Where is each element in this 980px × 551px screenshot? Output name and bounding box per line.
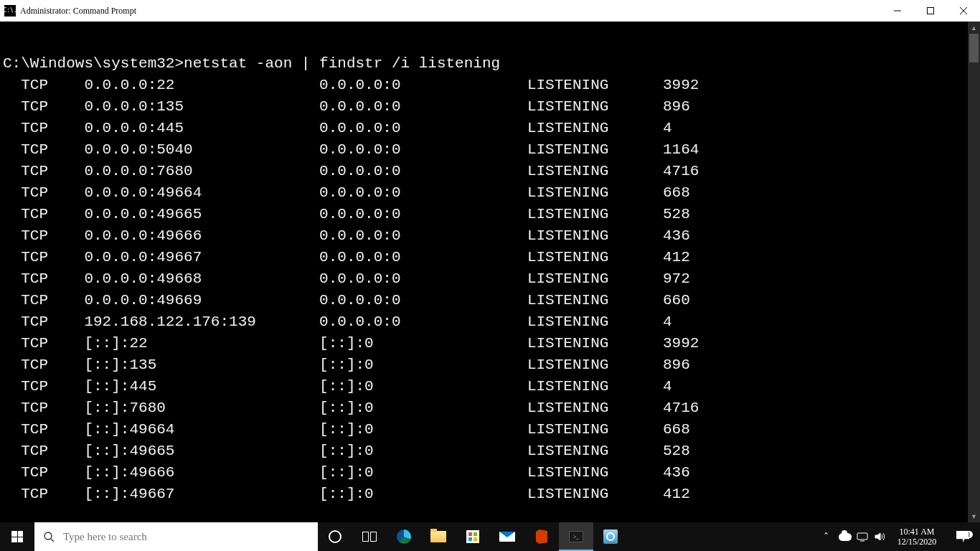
- services-icon: [603, 529, 618, 544]
- maximize-button[interactable]: [914, 0, 947, 22]
- network-icon: [857, 531, 868, 542]
- start-button[interactable]: [0, 522, 34, 551]
- task-view-icon: [362, 532, 377, 542]
- notification-badge: 1: [966, 531, 974, 538]
- cortana-icon: [329, 530, 341, 543]
- cloud-icon: [839, 533, 852, 541]
- taskbar-clock[interactable]: 10:41 AM 12/15/2020: [888, 527, 946, 547]
- svg-point-1: [44, 532, 52, 540]
- svg-rect-0: [928, 8, 934, 14]
- taskbar-office[interactable]: [524, 522, 559, 551]
- office-icon: [536, 529, 547, 544]
- clock-time: 10:41 AM: [899, 527, 934, 537]
- cortana-button[interactable]: [318, 522, 352, 551]
- window-title: Administrator: Command Prompt: [20, 6, 136, 17]
- window-titlebar[interactable]: C:\. Administrator: Command Prompt: [0, 0, 980, 22]
- edge-icon: [397, 529, 411, 544]
- cmd-app-icon-label: C:\.: [3, 8, 17, 14]
- windows-logo-icon: [11, 531, 23, 542]
- taskbar-services[interactable]: [593, 522, 628, 551]
- taskbar: >_ ˄ 10:41 AM 12/15/2020 1: [0, 522, 980, 551]
- taskbar-explorer[interactable]: [421, 522, 456, 551]
- system-tray: ˄ 10:41 AM 12/15/2020 1: [815, 522, 980, 551]
- action-center-button[interactable]: 1: [946, 531, 980, 542]
- task-view-button[interactable]: [352, 522, 387, 551]
- search-icon: [34, 531, 63, 542]
- scroll-down-icon[interactable]: ▼: [968, 510, 980, 522]
- tray-network[interactable]: [854, 531, 871, 542]
- cmd-icon: >_: [569, 531, 583, 542]
- store-icon: [466, 530, 479, 543]
- tray-onedrive[interactable]: [837, 533, 854, 541]
- terminal-area[interactable]: C:\Windows\system32>netstat -aon | finds…: [0, 22, 980, 522]
- minimize-button[interactable]: [881, 0, 914, 22]
- taskbar-edge[interactable]: [387, 522, 421, 551]
- tray-volume[interactable]: [871, 531, 888, 542]
- tray-overflow-button[interactable]: ˄: [815, 531, 837, 542]
- search-input[interactable]: [63, 531, 318, 543]
- scroll-up-icon[interactable]: ▲: [968, 22, 980, 34]
- taskbar-store[interactable]: [456, 522, 490, 551]
- taskbar-cmd[interactable]: >_: [559, 522, 593, 551]
- taskbar-mail[interactable]: [490, 522, 524, 551]
- svg-rect-2: [857, 533, 867, 540]
- taskbar-search[interactable]: [34, 522, 318, 551]
- mail-icon: [499, 532, 515, 542]
- cmd-app-icon: C:\.: [4, 5, 16, 17]
- clock-date: 12/15/2020: [897, 537, 937, 547]
- terminal-output[interactable]: C:\Windows\system32>netstat -aon | finds…: [0, 22, 980, 505]
- terminal-scrollbar[interactable]: ▲ ▼: [968, 22, 980, 522]
- close-button[interactable]: [947, 0, 980, 22]
- scroll-thumb[interactable]: [969, 34, 979, 62]
- folder-icon: [430, 531, 446, 542]
- volume-icon: [874, 531, 885, 542]
